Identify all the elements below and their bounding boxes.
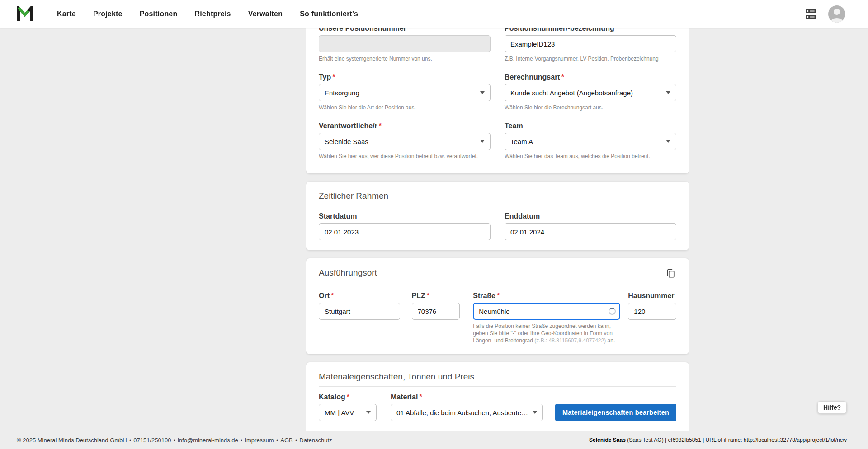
field-plz: PLZ*: [412, 292, 460, 344]
required-marker: *: [427, 292, 429, 299]
copyright-text: © 2025 Mineral Minds Deutschland GmbH: [17, 437, 127, 444]
main-navigation: Karte Projekte Positionen Richtpreis Ver…: [48, 10, 367, 18]
mineral-minds-logo[interactable]: [17, 5, 38, 23]
team-label: Team: [505, 122, 523, 130]
enddatum-input[interactable]: [505, 223, 676, 240]
field-verantwortlicher: Verantwortliche/r* Selenide Saas Wählen …: [319, 122, 491, 160]
avatar-person-icon: [834, 9, 840, 15]
material-label: Material: [391, 393, 418, 401]
nav-item-positionen[interactable]: Positionen: [131, 10, 186, 18]
dns-icon: [804, 7, 818, 21]
verantwortlicher-select[interactable]: Selenide Saas: [319, 133, 491, 150]
section-title-zeitlicher-rahmen: Zeitlicher Rahmen: [319, 191, 676, 201]
edit-material-properties-button[interactable]: Materialeigenschaften bearbeiten: [555, 404, 676, 421]
field-material: Material* 01 Abfälle, die beim Aufsuchen…: [391, 393, 543, 421]
dropdown-arrow-icon: [666, 140, 670, 143]
our-position-number-helper: Erhält eine systemgenerierte Nummer von …: [319, 55, 491, 62]
startdatum-label: Startdatum: [319, 212, 357, 220]
required-marker: *: [331, 292, 334, 299]
lot-form-content: Unsere Positionsnummer Erhält eine syste…: [306, 28, 689, 431]
footer-legal: © 2025 Mineral Minds Deutschland GmbH•07…: [17, 437, 332, 444]
required-marker: *: [347, 393, 349, 401]
required-marker: *: [419, 393, 422, 401]
field-katalog: Katalog* MM | AVV: [319, 393, 377, 421]
logo-m-icon: [17, 6, 37, 22]
section-divider: [319, 386, 676, 387]
field-team: Team Team A Wählen Sie hier das Team aus…: [505, 122, 676, 160]
ort-label: Ort: [319, 292, 330, 299]
field-typ: Typ* Entsorgung Wählen Sie hier die Art …: [319, 73, 491, 111]
ort-input[interactable]: [319, 303, 400, 320]
field-ort: Ort*: [319, 292, 400, 344]
berechnungsart-helper: Wählen Sie hier die Berechnungsart aus.: [505, 104, 676, 111]
hausnummer-label: Hausnummer: [628, 292, 674, 299]
section-divider: [319, 206, 676, 206]
our-position-number-input: [319, 35, 491, 52]
session-user-name: Selenide Saas: [589, 437, 626, 443]
card-general-data: Unsere Positionsnummer Erhält eine syste…: [306, 28, 689, 173]
dropdown-arrow-icon: [533, 411, 537, 414]
katalog-select[interactable]: MM | AVV: [319, 404, 377, 421]
plz-input[interactable]: [412, 303, 460, 320]
footer-link-email[interactable]: info@mineral-minds.de: [178, 437, 238, 444]
dropdown-arrow-icon: [366, 411, 371, 414]
field-position-number: Positionsnummer/-bezeichnung Z.B. Intern…: [505, 28, 676, 62]
strasse-input[interactable]: [473, 303, 620, 320]
field-berechnungsart: Berechnungsart* Kunde sucht Angebot (Ang…: [505, 73, 676, 111]
strasse-label: Straße: [473, 292, 495, 299]
server-terminal-icon[interactable]: [804, 7, 818, 21]
enddatum-label: Enddatum: [505, 212, 540, 220]
typ-select[interactable]: Entsorgung: [319, 84, 491, 101]
team-select[interactable]: Team A: [505, 133, 676, 150]
berechnungsart-select[interactable]: Kunde sucht Angebot (Angebotsanfrage): [505, 84, 676, 101]
verantwortlicher-label: Verantwortliche/r: [319, 122, 377, 130]
katalog-label: Katalog: [319, 393, 345, 401]
footer-link-datenschutz[interactable]: Datenschutz: [299, 437, 332, 444]
footer-link-impressum[interactable]: Impressum: [245, 437, 274, 444]
field-enddatum: Enddatum: [505, 212, 676, 240]
top-navbar: Karte Projekte Positionen Richtpreis Ver…: [0, 0, 868, 28]
navbar-right-actions: [804, 5, 845, 23]
our-position-number-label: Unsere Positionsnummer: [319, 28, 406, 32]
typ-helper: Wählen Sie hier die Art der Position aus…: [319, 104, 491, 111]
hausnummer-input[interactable]: [628, 303, 676, 320]
section-divider: [319, 285, 676, 285]
dropdown-arrow-icon: [666, 91, 670, 94]
position-number-label: Positionsnummer/-bezeichnung: [505, 28, 614, 32]
dropdown-arrow-icon: [480, 140, 485, 143]
typ-label: Typ: [319, 73, 331, 81]
berechnungsart-label: Berechnungsart: [505, 73, 560, 81]
nav-item-richtpreis[interactable]: Richtpreis: [186, 10, 239, 18]
position-number-helper: Z.B. Interne-Vorgangsnummer, LV-Position…: [505, 55, 676, 62]
user-avatar[interactable]: [828, 5, 845, 23]
card-material: Materialeigenschaften, Tonnen und Preis …: [306, 362, 689, 431]
required-marker: *: [497, 292, 500, 299]
copy-address-button[interactable]: [665, 267, 676, 281]
nav-item-so-funktionierts[interactable]: So funktioniert's: [291, 10, 367, 18]
card-ausfuehrungsort: Ausführungsort Ort* PLZ*: [306, 258, 689, 354]
field-our-position-number: Unsere Positionsnummer Erhält eine syste…: [319, 28, 491, 62]
plz-label: PLZ: [412, 292, 425, 299]
section-title-material: Materialeigenschaften, Tonnen und Preis: [319, 371, 676, 382]
nav-item-karte[interactable]: Karte: [48, 10, 85, 18]
section-title-ausfuehrungsort: Ausführungsort: [319, 267, 377, 278]
field-strasse: Straße* Falls die Position keiner Straße…: [473, 292, 620, 344]
nav-item-verwalten[interactable]: Verwalten: [240, 10, 292, 18]
field-hausnummer: Hausnummer: [628, 292, 676, 344]
footer-link-phone[interactable]: 07151/250100: [133, 437, 171, 444]
verantwortlicher-helper: Wählen Sie hier aus, wer diese Position …: [319, 153, 491, 160]
footer-session-info: Selenide Saas (Saas Test AG) | ef6982fb5…: [589, 437, 847, 443]
card-zeitlicher-rahmen: Zeitlicher Rahmen Startdatum Enddatum: [306, 182, 689, 250]
position-number-input[interactable]: [505, 35, 676, 52]
footer-link-agb[interactable]: AGB: [280, 437, 292, 444]
material-select[interactable]: 01 Abfälle, die beim Aufsuchen, Ausbeute…: [391, 404, 543, 421]
required-marker: *: [332, 73, 335, 81]
nav-item-projekte[interactable]: Projekte: [85, 10, 131, 18]
required-marker: *: [379, 122, 382, 130]
session-details: (Saas Test AG) | ef6982fb5851 | URL of i…: [626, 437, 847, 443]
help-button[interactable]: Hilfe?: [817, 401, 847, 414]
copy-icon: [665, 268, 675, 278]
dropdown-arrow-icon: [480, 91, 485, 94]
startdatum-input[interactable]: [319, 223, 491, 240]
field-startdatum: Startdatum: [319, 212, 491, 240]
